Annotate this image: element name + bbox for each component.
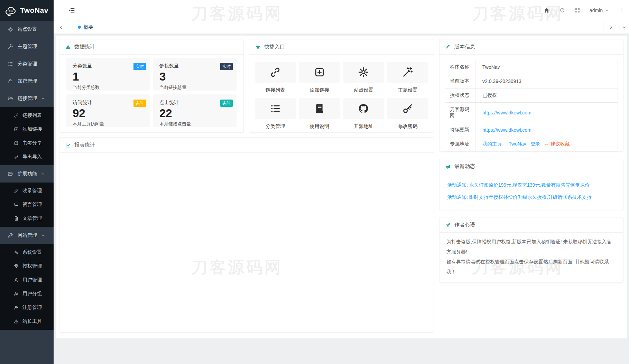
sidebar-submenu-website-management: 系统设置 授权管理 用户管理 用户分组 注册管理 站长工具 (0, 244, 54, 330)
pencil-icon (14, 188, 19, 193)
version-info-card: 版本信息 程序名称 TwoNav 当前版本 v2.0.39-20230913 (439, 39, 623, 152)
update-link[interactable]: https://www.dkewl.com (482, 127, 531, 133)
refresh-icon[interactable] (559, 7, 565, 13)
sidebar-item-site-settings[interactable]: 站点设置 (0, 21, 54, 38)
tile-label: 添加链接 (299, 83, 340, 98)
gears-icon (14, 250, 19, 255)
wand-icon (402, 67, 413, 78)
news-link[interactable]: 活动通知: 永久订阅原价199元,现仅需139元,数量有限售完恢复原价 (447, 182, 616, 188)
sidebar-item-webmaster-tools[interactable]: 站长工具 (0, 315, 54, 328)
sidebar-group-website-management[interactable]: 网站管理 (0, 227, 54, 244)
sidebar-item-inclusion-management[interactable]: 收录管理 (0, 184, 54, 198)
sidebar-item-article-management[interactable]: 文章管理 (0, 212, 54, 225)
row-label: 授权状态 (445, 88, 475, 103)
sidebar-item-export-import[interactable]: 导出导入 (0, 150, 54, 164)
stat-desc: 本月主页访问量 (73, 121, 144, 127)
comment-icon (14, 202, 19, 207)
chevron-up-icon (41, 172, 45, 176)
version-table: 程序名称 TwoNav 当前版本 v2.0.39-20230913 授权状态 已… (445, 60, 618, 151)
gear-icon (358, 67, 369, 78)
latest-news-card: 最新动态 活动通知: 永久订阅原价199元,现仅需139元,数量有限售完恢复原价… (439, 159, 623, 210)
user-menu[interactable]: admin (590, 8, 609, 13)
sidebar-item-label: 站点设置 (18, 26, 37, 32)
tab-overview[interactable]: 概要 (69, 21, 102, 34)
sidebar-item-label: 系统设置 (22, 249, 42, 255)
stat-desc: 当前链接总量 (159, 84, 230, 91)
chevron-right-icon (609, 25, 613, 30)
table-row: 当前版本 v2.0.39-20230913 (445, 74, 618, 88)
tab-scroll-right-button[interactable] (603, 21, 619, 34)
sidebar-item-label: 用户分组 (22, 291, 42, 297)
gear-icon (8, 27, 13, 32)
chevron-down-icon (605, 8, 609, 12)
sidebar-item-registration-management[interactable]: 注册管理 (0, 301, 54, 315)
sidebar-item-system-settings[interactable]: 系统设置 (0, 245, 54, 259)
report-statistics-card: 报表统计 (59, 137, 434, 333)
quick-tile-add-link[interactable]: 添加链接 (299, 62, 340, 98)
exchange-icon (14, 155, 19, 159)
star-icon (255, 44, 261, 50)
tab-scroll-left-button[interactable] (54, 21, 69, 34)
sidebar-item-bookmark-share[interactable]: 书签分享 (0, 136, 54, 150)
quick-tile-category-management[interactable]: 分类管理 (255, 98, 296, 133)
chevron-left-icon (59, 25, 64, 30)
tab-spacer (102, 21, 603, 34)
sidebar-item-user-management[interactable]: 用户管理 (0, 273, 54, 287)
quick-tile-link-list[interactable]: 链接列表 (255, 62, 296, 98)
stat-value: 92 (73, 107, 144, 120)
sidebar-item-encryption-management[interactable]: 加密管理 (0, 73, 54, 90)
my-homepage-link[interactable]: 我的主页 (482, 141, 502, 147)
news-link[interactable]: 活动通知: 限时支持年授权补偿价升级永久授权,升级请联系技术支持 (447, 194, 616, 200)
card-header: 版本信息 (440, 39, 623, 55)
file-icon (14, 216, 19, 221)
sidebar-item-link-list[interactable]: 链接列表 (0, 109, 54, 122)
stat-label: 分类数量 (73, 63, 144, 69)
stat-value: 3 (159, 70, 230, 83)
fullscreen-icon[interactable] (575, 8, 580, 13)
user-icon (14, 278, 19, 282)
link-icon (270, 67, 281, 78)
card-title: 快捷入口 (264, 44, 285, 50)
sidebar-item-label: 添加链接 (22, 126, 42, 132)
quick-tile-open-source[interactable]: 开源地址 (343, 98, 384, 133)
quick-entry-card: 快捷入口 链接列表 添加链接 站点设置 主题设置 (249, 39, 434, 133)
sidebar: 落霞 TwoNav 站点设置 主题管理 分类管理 加密管理 链接管理 (0, 0, 54, 364)
row-value: v2.0.39-20230913 (475, 74, 618, 88)
tile-label: 分类管理 (255, 119, 296, 133)
home-icon[interactable] (544, 7, 550, 13)
plus-square-icon (314, 67, 325, 78)
login-link[interactable]: TwoNav - 登录 (509, 141, 540, 147)
sidebar-item-label: 文章管理 (22, 215, 42, 222)
quick-grid: 链接列表 添加链接 站点设置 主题设置 分类管理 (249, 55, 434, 133)
quick-tile-site-settings[interactable]: 站点设置 (343, 62, 384, 98)
quick-tile-usage-guide[interactable]: 使用说明 (299, 98, 340, 133)
sidebar-item-authorization-management[interactable]: 授权管理 (0, 259, 54, 273)
card-header: 快捷入口 (249, 39, 434, 55)
card-header: 最新动态 (440, 159, 623, 174)
sidebar-item-theme-management[interactable]: 主题管理 (0, 38, 54, 55)
right-column: 版本信息 程序名称 TwoNav 当前版本 v2.0.39-20230913 (439, 39, 623, 333)
quick-tile-theme-settings[interactable]: 主题设置 (387, 62, 428, 98)
sidebar-toggle-icon[interactable] (68, 7, 75, 14)
sidebar-item-label: 加密管理 (18, 78, 37, 84)
table-row: 刀客源码网 https://www.dkewl.com (445, 103, 618, 123)
sidebar-item-label: 导出导入 (22, 154, 42, 160)
quick-tile-change-password[interactable]: 修改密码 (387, 98, 428, 133)
tab-menu-button[interactable] (619, 21, 629, 34)
card-title: 最新动态 (454, 163, 475, 170)
sidebar-item-user-groups[interactable]: 用户分组 (0, 287, 54, 301)
dkewl-link[interactable]: https://www.dkewl.com (482, 110, 531, 115)
author-message: 为打击盗版,保障授权用户权益,新版本已加入秘钥验证! 未获取秘钥无法接入官方服务… (440, 233, 623, 282)
row-value: 已授权 (475, 88, 618, 103)
tile-label: 链接列表 (255, 83, 296, 98)
tile-label: 使用说明 (299, 119, 340, 133)
kebab-menu-icon[interactable] (618, 8, 624, 13)
tile-label: 主题设置 (387, 83, 428, 98)
sidebar-item-add-link[interactable]: 添加链接 (0, 122, 54, 136)
sidebar-group-link-management[interactable]: 链接管理 (0, 90, 54, 107)
wrench-icon (8, 233, 13, 238)
sidebar-item-label: 用户管理 (22, 277, 42, 283)
sidebar-item-category-management[interactable]: 分类管理 (0, 55, 54, 73)
sidebar-item-message-management[interactable]: 留言管理 (0, 198, 54, 212)
sidebar-group-extensions[interactable]: 扩展功能 (0, 165, 54, 183)
